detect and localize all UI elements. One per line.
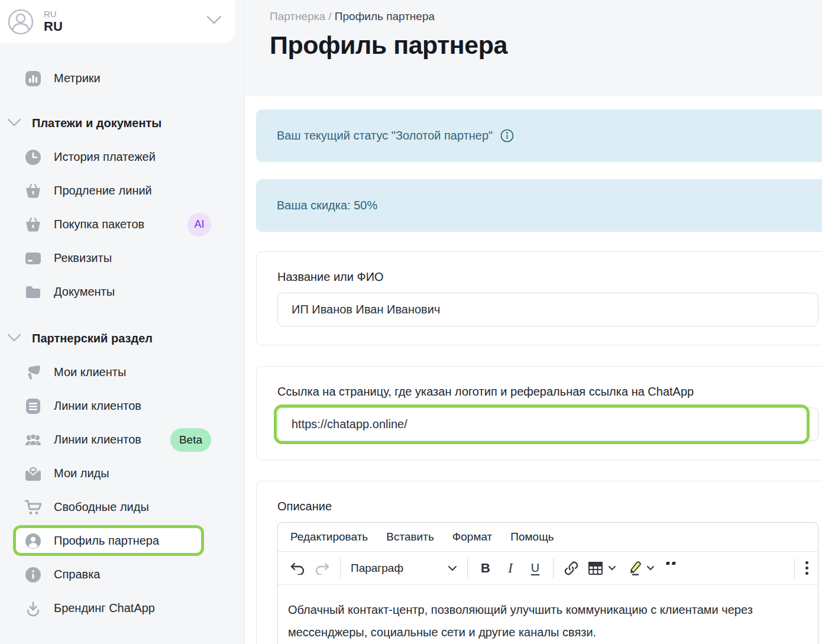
redo-button[interactable] bbox=[310, 556, 335, 580]
description-card: Описание Редактировать Вставить Формат П… bbox=[256, 481, 822, 644]
undo-button[interactable] bbox=[285, 556, 310, 580]
sidebar-item-label: Брендинг ChatApp bbox=[54, 601, 155, 615]
link-field-input[interactable] bbox=[277, 407, 818, 441]
beta-badge: Beta bbox=[170, 428, 211, 452]
italic-button[interactable]: I bbox=[498, 556, 523, 580]
clock-icon bbox=[24, 148, 42, 166]
editor-menubar: Редактировать Вставить Формат Помощь bbox=[278, 523, 818, 552]
breadcrumb-parent[interactable]: Партнерка bbox=[270, 10, 325, 22]
info-icon bbox=[24, 566, 42, 584]
section-title: Платежи и документы bbox=[32, 116, 161, 130]
sidebar-item-package-purchase[interactable]: Покупка пакетов AI bbox=[0, 208, 244, 241]
person-circle-icon bbox=[24, 532, 42, 550]
blockquote-button[interactable]: “ bbox=[659, 562, 684, 575]
sidebar-item-label: Продление линий bbox=[54, 184, 152, 198]
sidebar-item-label: Реквизиты bbox=[54, 251, 112, 265]
name-field-label: Название или ФИО bbox=[277, 270, 822, 284]
sidebar-item-label: Метрики bbox=[54, 72, 101, 85]
sidebar-section-payments[interactable]: Платежи и документы bbox=[0, 106, 244, 140]
link-field-label: Ссылка на страницу, где указан логотип и… bbox=[277, 385, 822, 399]
status-banner-text: Ваш текущий статус "Золотой партнер" bbox=[277, 129, 493, 143]
paragraph-style-label: Параграф bbox=[351, 562, 403, 575]
link-button[interactable] bbox=[559, 556, 584, 580]
basket-icon bbox=[24, 182, 42, 200]
breadcrumb-separator: / bbox=[325, 10, 335, 22]
sidebar-item-branding[interactable]: Брендинг ChatApp bbox=[0, 591, 244, 625]
document-list-icon bbox=[24, 397, 42, 415]
sidebar-item-label: Покупка пакетов bbox=[54, 218, 144, 231]
sidebar-item-metrics[interactable]: Метрики bbox=[0, 62, 244, 95]
sidebar-item-label: Профиль партнера bbox=[54, 534, 159, 548]
basket-icon bbox=[24, 216, 42, 234]
sidebar-item-free-leads[interactable]: Свободные лиды bbox=[0, 490, 244, 524]
sidebar-item-requisites[interactable]: Реквизиты bbox=[0, 241, 244, 275]
menu-format[interactable]: Формат bbox=[452, 530, 493, 543]
description-label: Описание bbox=[277, 500, 822, 513]
menu-help[interactable]: Помощь bbox=[510, 530, 554, 543]
chevron-down-icon bbox=[7, 118, 21, 129]
chevron-down-icon bbox=[7, 334, 21, 344]
bag-icon bbox=[24, 465, 42, 483]
chevron-down-icon bbox=[206, 15, 222, 27]
menu-insert[interactable]: Вставить bbox=[386, 530, 434, 543]
discount-banner-text: Ваша скидка: 50% bbox=[277, 199, 377, 212]
toolbar-divider bbox=[467, 558, 468, 578]
user-region: RU bbox=[44, 9, 63, 19]
sidebar-item-label: История платежей bbox=[54, 150, 156, 164]
people-icon bbox=[24, 431, 42, 449]
link-card: Ссылка на страницу, где указан логотип и… bbox=[256, 366, 822, 460]
user-menu[interactable]: RU RU bbox=[0, 0, 235, 43]
ai-badge: AI bbox=[187, 213, 211, 237]
discount-banner: Ваша скидка: 50% bbox=[256, 179, 822, 232]
sidebar-item-label: Мои клиенты bbox=[54, 365, 126, 379]
sidebar: RU RU Метрики bbox=[0, 0, 245, 644]
more-options-button[interactable] bbox=[786, 556, 811, 580]
download-icon bbox=[24, 600, 42, 617]
sidebar-item-label: Линии клиентов bbox=[54, 433, 141, 446]
highlight-button[interactable] bbox=[620, 556, 659, 580]
sidebar-item-payment-history[interactable]: История платежей bbox=[0, 140, 244, 174]
main-content: Партнерка / Профиль партнера Профиль пар… bbox=[245, 0, 822, 644]
sidebar-section-partner[interactable]: Партнерский раздел bbox=[0, 322, 244, 355]
toolbar-divider bbox=[794, 558, 795, 578]
status-banner: Ваш текущий статус "Золотой партнер" bbox=[256, 109, 822, 162]
sidebar-item-label: Свободные лиды bbox=[54, 500, 149, 514]
toolbar-divider bbox=[553, 558, 554, 578]
page-title: Профиль партнера bbox=[270, 31, 822, 60]
info-circle-icon[interactable] bbox=[500, 129, 514, 143]
rich-text-editor: Редактировать Вставить Формат Помощь bbox=[277, 522, 818, 644]
toolbar-divider bbox=[340, 558, 341, 578]
sidebar-item-label: Линии клиентов bbox=[54, 399, 141, 413]
bold-button[interactable]: B bbox=[473, 556, 498, 580]
table-button[interactable] bbox=[584, 556, 620, 580]
menu-edit[interactable]: Редактировать bbox=[290, 530, 368, 543]
name-field-input[interactable] bbox=[277, 293, 818, 326]
sidebar-item-line-renewal[interactable]: Продление линий bbox=[0, 174, 244, 208]
paragraph-style-dropdown[interactable]: Параграф bbox=[346, 556, 462, 580]
sidebar-item-label: Справка bbox=[54, 568, 100, 581]
page-header: Партнерка / Профиль партнера Профиль пар… bbox=[245, 0, 822, 96]
sidebar-nav: Метрики Платежи и документы История плат… bbox=[0, 43, 244, 625]
content-area: Ваш текущий статус "Золотой партнер" Ваш… bbox=[245, 109, 822, 644]
avatar-icon bbox=[7, 8, 34, 35]
breadcrumb-current: Профиль партнера bbox=[335, 10, 435, 22]
cart-icon bbox=[24, 499, 42, 516]
sidebar-item-help[interactable]: Справка bbox=[0, 558, 244, 591]
sidebar-item-label: Документы bbox=[54, 285, 115, 299]
sidebar-item-client-lines-beta[interactable]: Линии клиентов Beta bbox=[0, 423, 244, 457]
sidebar-item-my-clients[interactable]: Мои клиенты bbox=[0, 355, 244, 389]
user-name: RU bbox=[44, 19, 63, 34]
folder-icon bbox=[24, 283, 42, 301]
section-title: Партнерский раздел bbox=[32, 332, 153, 345]
bar-chart-icon bbox=[24, 70, 42, 88]
credit-card-icon bbox=[24, 250, 42, 267]
sidebar-item-my-leads[interactable]: Мои лиды bbox=[0, 457, 244, 490]
underline-button[interactable]: U bbox=[523, 556, 548, 580]
sidebar-item-partner-profile[interactable]: Профиль партнера bbox=[0, 524, 244, 558]
megaphone-icon bbox=[24, 364, 42, 381]
kebab-icon bbox=[805, 561, 808, 575]
sidebar-item-client-lines[interactable]: Линии клиентов bbox=[0, 389, 244, 423]
sidebar-item-documents[interactable]: Документы bbox=[0, 275, 244, 309]
editor-content[interactable]: Облачный контакт-центр, позволяющий улуч… bbox=[278, 585, 818, 644]
sidebar-item-label: Мои лиды bbox=[54, 467, 109, 480]
